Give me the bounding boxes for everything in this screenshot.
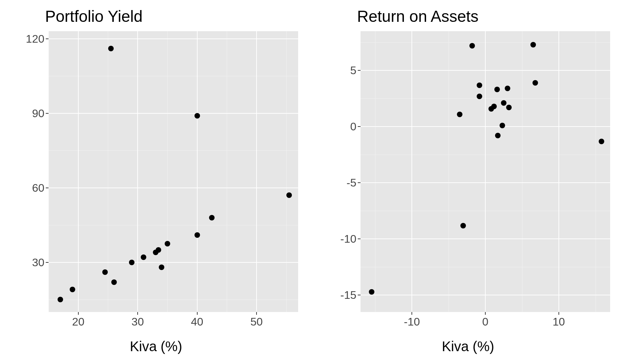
y-tick-mark <box>358 182 361 183</box>
left-panel: Portfolio Yield MIX Market (%) Kiva (%) … <box>0 0 312 364</box>
y-tick-label: 0 <box>350 120 356 133</box>
grid-major-h <box>361 70 610 71</box>
grid-minor-v <box>596 31 596 312</box>
data-point <box>469 43 475 49</box>
grid-minor-h <box>49 225 298 225</box>
plot-area-left: 20304050306090120 <box>49 31 298 312</box>
grid-major-h <box>361 126 610 127</box>
data-point <box>530 42 536 47</box>
y-tick-mark <box>358 239 361 239</box>
x-tick-label: 40 <box>191 315 203 328</box>
data-point <box>194 113 200 119</box>
plot-area-right: -10010-15-10-505 <box>361 31 610 312</box>
data-point <box>477 83 482 88</box>
x-tick-mark <box>256 312 257 315</box>
grid-major-h <box>49 188 298 188</box>
data-point <box>194 232 200 238</box>
x-tick-mark <box>78 312 79 315</box>
grid-major-v <box>78 31 79 312</box>
grid-major-h <box>49 262 298 263</box>
grid-minor-v <box>227 31 227 312</box>
x-tick-label: 0 <box>482 315 488 328</box>
data-point <box>369 289 374 295</box>
data-point <box>501 100 506 106</box>
grid-major-h <box>361 239 610 239</box>
data-point <box>599 139 604 144</box>
right-panel: Return on Assets MIX Market (%) Kiva (%)… <box>312 0 624 364</box>
data-point <box>159 265 164 270</box>
grid-major-v <box>256 31 257 312</box>
data-point <box>460 223 466 228</box>
grid-minor-v <box>167 31 168 312</box>
y-tick-label: -10 <box>340 233 356 245</box>
y-tick-mark <box>358 126 361 127</box>
grid-major-h <box>49 38 298 39</box>
grid-major-v <box>485 31 486 312</box>
x-tick-mark <box>411 312 412 315</box>
y-tick-label: 5 <box>350 64 356 77</box>
grid-major-h <box>361 182 610 183</box>
data-point <box>156 247 161 253</box>
y-tick-label: 120 <box>26 32 44 45</box>
y-tick-mark <box>46 188 49 188</box>
grid-minor-v <box>286 31 287 312</box>
data-point <box>58 297 63 302</box>
grid-major-v <box>197 31 198 312</box>
plot-wrap-right: -10010-15-10-505 <box>361 31 610 312</box>
grid-minor-v <box>108 31 108 312</box>
x-tick-mark <box>558 312 559 315</box>
data-point <box>108 46 114 51</box>
grid-minor-v <box>522 31 522 312</box>
y-tick-mark <box>46 113 49 114</box>
data-point <box>495 133 501 138</box>
y-tick-label: -5 <box>347 176 356 189</box>
data-point <box>477 94 482 99</box>
chart-container: Portfolio Yield MIX Market (%) Kiva (%) … <box>0 0 624 364</box>
y-tick-mark <box>46 38 49 39</box>
y-tick-mark <box>46 262 49 263</box>
data-point <box>70 287 75 292</box>
y-tick-label: 90 <box>32 107 44 120</box>
grid-minor-h <box>49 300 298 300</box>
chart-title-right: Return on Assets <box>357 7 614 26</box>
data-point <box>532 80 538 86</box>
data-point <box>165 241 170 246</box>
data-point <box>506 105 512 110</box>
x-tick-mark <box>197 312 198 315</box>
data-point <box>286 192 292 198</box>
grid-minor-v <box>375 31 375 312</box>
grid-major-v <box>411 31 412 312</box>
data-point <box>491 104 497 109</box>
x-tick-mark <box>137 312 138 315</box>
data-point <box>494 87 500 92</box>
y-tick-label: 30 <box>32 256 44 269</box>
data-point <box>500 123 505 128</box>
data-point <box>505 86 510 91</box>
data-point <box>102 269 108 275</box>
y-tick-mark <box>358 70 361 71</box>
plot-wrap-left: 20304050306090120 <box>49 31 298 312</box>
x-tick-mark <box>485 312 486 315</box>
x-tick-label: 30 <box>131 315 144 328</box>
grid-minor-v <box>449 31 449 312</box>
y-tick-mark <box>358 295 361 295</box>
x-tick-label: 20 <box>72 315 85 328</box>
grid-major-v <box>558 31 559 312</box>
x-tick-label: -10 <box>404 315 420 328</box>
x-tick-label: 10 <box>553 315 565 328</box>
grid-major-h <box>361 295 610 295</box>
data-point <box>129 260 135 265</box>
grid-minor-h <box>49 76 298 76</box>
x-axis-label-right: Kiva (%) <box>442 339 494 354</box>
grid-major-h <box>49 113 298 114</box>
data-point <box>111 279 117 285</box>
grid-minor-v <box>49 31 49 312</box>
grid-major-v <box>137 31 138 312</box>
data-point <box>209 215 215 220</box>
x-axis-label-left: Kiva (%) <box>130 339 182 354</box>
y-tick-label: 60 <box>32 181 44 194</box>
chart-title-left: Portfolio Yield <box>45 7 302 26</box>
grid-minor-h <box>49 150 298 151</box>
y-tick-label: -15 <box>340 289 356 302</box>
data-point <box>457 112 462 117</box>
